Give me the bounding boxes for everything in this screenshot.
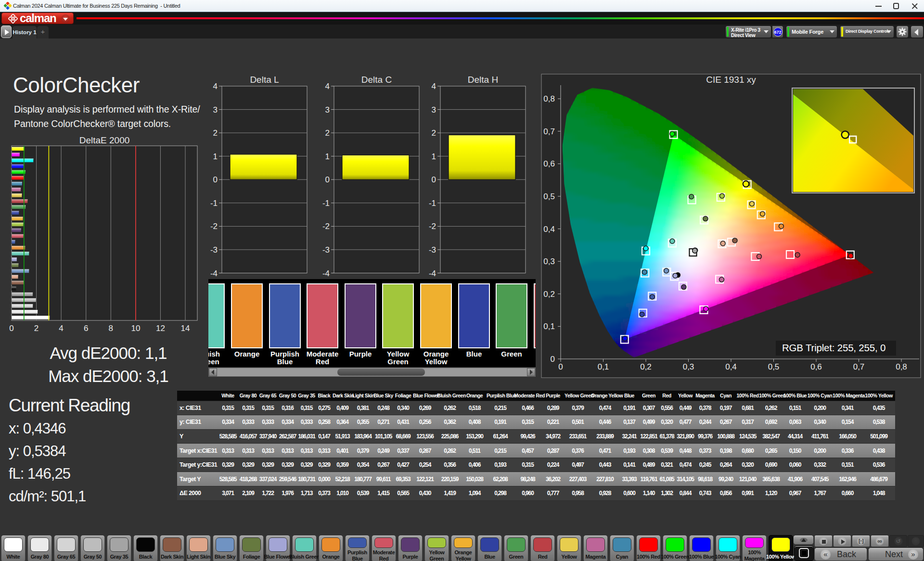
svg-text:0,1: 0,1: [598, 362, 609, 371]
svg-text:0,6: 0,6: [810, 362, 822, 371]
svg-text:0,1: 0,1: [543, 322, 555, 331]
svg-text:0,2: 0,2: [543, 290, 555, 299]
svg-text:0,4: 0,4: [725, 362, 737, 371]
svg-text:0,8: 0,8: [896, 362, 907, 371]
svg-text:0,6: 0,6: [543, 159, 555, 168]
svg-text:0,8: 0,8: [543, 94, 555, 103]
svg-text:CIE 1931 xy: CIE 1931 xy: [706, 75, 756, 85]
svg-text:0: 0: [558, 362, 563, 371]
svg-text:RGB Triplet: 255, 255, 0: RGB Triplet: 255, 255, 0: [782, 342, 886, 353]
svg-text:0,3: 0,3: [683, 362, 694, 371]
svg-text:0,5: 0,5: [543, 192, 555, 201]
svg-text:0,7: 0,7: [543, 127, 555, 136]
svg-text:0,7: 0,7: [853, 362, 865, 371]
svg-text:0,4: 0,4: [543, 225, 555, 234]
svg-text:0,5: 0,5: [768, 362, 780, 371]
svg-text:0: 0: [551, 355, 555, 364]
svg-text:0,3: 0,3: [543, 257, 555, 266]
svg-text:0,2: 0,2: [640, 362, 652, 371]
